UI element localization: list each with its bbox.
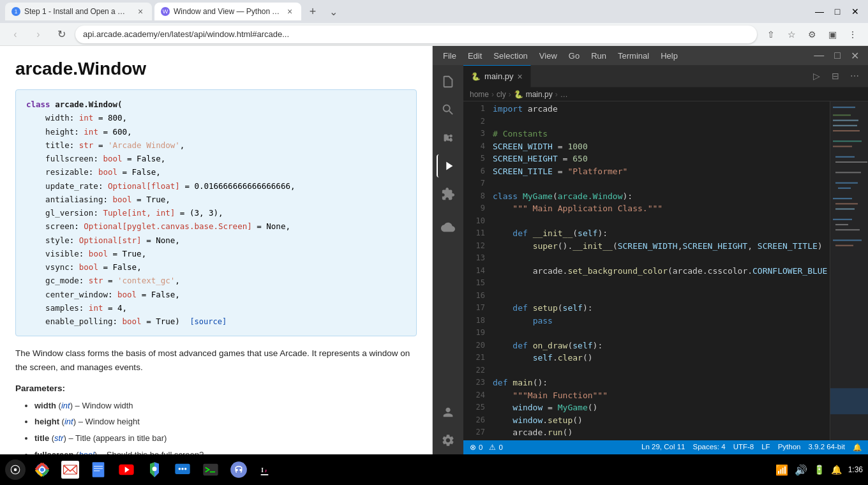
code-line-2 <box>493 116 830 128</box>
menu-view[interactable]: View <box>534 50 562 62</box>
breadcrumb-cly[interactable]: cly <box>497 90 506 99</box>
taskbar-messages[interactable] <box>171 458 194 481</box>
system-orb[interactable] <box>5 459 26 480</box>
vscode-minimize[interactable]: — <box>810 50 828 62</box>
breadcrumb-file[interactable]: main.py <box>526 90 553 99</box>
list-item: height (int) – Window height <box>34 414 417 430</box>
minimap <box>830 101 868 440</box>
code-editor[interactable]: 12345 678910 1112131415 1617181920 21222… <box>463 101 868 440</box>
description-text: The Window class forms the basis of most… <box>15 347 417 374</box>
notifications-icon[interactable]: 🔔 <box>853 443 862 452</box>
new-tab-button[interactable]: + <box>304 3 322 20</box>
activity-bar <box>433 65 463 454</box>
error-count: 0 <box>479 444 483 451</box>
taskbar-youtube[interactable] <box>115 458 138 481</box>
activity-git[interactable] <box>437 126 460 149</box>
taskbar: I J 📶 🔊 🔋 🔔 1:36 <box>0 454 868 485</box>
tab2-close[interactable]: × <box>285 6 295 17</box>
maximize-button[interactable]: □ <box>830 4 845 19</box>
line-ending[interactable]: LF <box>761 443 770 452</box>
taskbar-time[interactable]: 1:36 <box>848 465 863 474</box>
tab-main-py[interactable]: 🐍 main.py × <box>463 65 531 87</box>
python-version[interactable]: 3.9.2 64-bit <box>808 443 845 452</box>
source-link[interactable]: [source] <box>190 317 227 326</box>
list-item: width (int) – Window width <box>34 398 417 414</box>
menu-edit[interactable]: Edit <box>463 50 487 62</box>
breadcrumb-home[interactable]: home <box>470 90 489 99</box>
params-list: width (int) – Window width height (int) … <box>15 398 417 454</box>
list-item: fullscreen (bool) – Should this be full … <box>34 447 417 454</box>
activity-search[interactable] <box>437 98 460 121</box>
code-line-11: def __init__(self): <box>493 227 830 240</box>
breadcrumb-dots[interactable]: … <box>560 90 568 99</box>
forward-button[interactable]: › <box>29 26 47 43</box>
menu-terminal[interactable]: Terminal <box>613 50 654 62</box>
share-icon[interactable]: ⇧ <box>762 26 780 43</box>
code-line-18: pass <box>493 315 830 327</box>
code-line-13 <box>493 252 830 265</box>
profile-icon[interactable]: ▣ <box>823 26 841 43</box>
tab-overflow-btn[interactable]: ⌄ <box>329 6 338 18</box>
taskbar-notifications[interactable]: 🔔 <box>831 465 842 475</box>
spaces[interactable]: Spaces: 4 <box>692 443 725 452</box>
activity-files[interactable] <box>437 70 460 93</box>
cursor-position[interactable]: Ln 29, Col 11 <box>641 443 685 452</box>
encoding[interactable]: UTF-8 <box>733 443 754 452</box>
svg-point-37 <box>153 466 157 471</box>
activity-extensions[interactable] <box>437 183 460 205</box>
warning-icon: ⚠ <box>489 443 496 452</box>
menu-selection[interactable]: Selection <box>488 50 532 62</box>
menu-go[interactable]: Go <box>564 50 585 62</box>
activity-account[interactable] <box>437 403 460 426</box>
more-actions-icon[interactable]: ⋯ <box>846 68 863 84</box>
tab-window-view[interactable]: W Window and View — Python A... × <box>154 3 301 20</box>
svg-rect-5 <box>833 130 860 131</box>
param-update-rate: update_rate: Optional[float] = 0.0166666… <box>45 181 295 191</box>
svg-rect-13 <box>833 198 852 199</box>
vscode-maximize[interactable]: □ <box>830 50 844 62</box>
code-line-27: arcade.run() <box>493 426 830 439</box>
taskbar-chrome[interactable] <box>31 458 54 481</box>
svg-rect-15 <box>835 208 855 209</box>
taskbar-volume[interactable]: 🔊 <box>795 464 807 476</box>
minimize-button[interactable]: — <box>812 4 827 19</box>
code-line-14: arcade.set_background_color(arcade.cssco… <box>493 265 830 278</box>
svg-rect-32 <box>94 466 103 466</box>
language[interactable]: Python <box>778 443 801 452</box>
extensions-icon[interactable]: ⚙ <box>803 26 821 43</box>
param-width: width: int = 800, <box>45 113 127 123</box>
split-editor-icon[interactable]: ⊟ <box>827 68 844 84</box>
back-button[interactable]: ‹ <box>6 26 24 43</box>
activity-settings[interactable] <box>437 431 460 454</box>
tab-close-icon[interactable]: × <box>518 71 523 82</box>
taskbar-terminal[interactable] <box>199 458 222 481</box>
svg-rect-1 <box>833 107 855 108</box>
taskbar-maps[interactable] <box>143 458 166 481</box>
taskbar-discord[interactable] <box>227 458 250 481</box>
menu-icon[interactable]: ⋮ <box>844 26 862 43</box>
activity-debug[interactable] <box>437 154 460 177</box>
tab1-label: Step 1 - Install and Open a Wi... <box>24 7 131 16</box>
vscode-editor: File Edit Selection View Go Run Terminal… <box>433 46 868 454</box>
url-input[interactable] <box>75 26 757 43</box>
menu-run[interactable]: Run <box>586 50 611 62</box>
svg-rect-8 <box>835 156 855 158</box>
param-resizable: resizable: bool = False, <box>45 167 161 177</box>
taskbar-intellij[interactable]: I J <box>255 458 278 481</box>
params-section: Parameters: width (int) – Window width h… <box>15 384 417 454</box>
tab-step1[interactable]: 1 Step 1 - Install and Open a Wi... × <box>5 3 152 20</box>
menu-file[interactable]: File <box>438 50 461 62</box>
taskbar-docs[interactable] <box>87 458 110 481</box>
reload-button[interactable]: ↻ <box>52 26 70 43</box>
code-line-17: def setup(self): <box>493 302 830 315</box>
taskbar-wifi[interactable]: 📶 <box>775 464 788 476</box>
status-errors[interactable]: ⊗ 0 ⚠ 0 <box>470 443 503 452</box>
run-icon[interactable]: ▷ <box>808 68 825 84</box>
taskbar-gmail[interactable] <box>59 458 82 481</box>
vscode-close[interactable]: ✕ <box>847 50 863 62</box>
tab1-close[interactable]: × <box>135 6 146 17</box>
activity-test[interactable] <box>437 216 460 239</box>
menu-help[interactable]: Help <box>655 50 683 62</box>
bookmark-icon[interactable]: ☆ <box>782 26 800 43</box>
close-button[interactable]: ✕ <box>848 4 863 19</box>
